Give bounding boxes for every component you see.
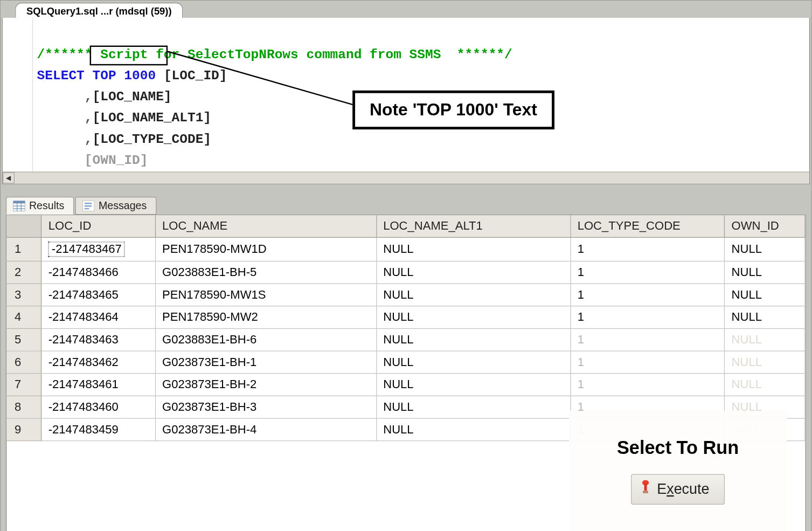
- cell-ownid[interactable]: NULL: [725, 374, 805, 396]
- scroll-left-arrow[interactable]: ◀: [3, 173, 15, 184]
- row-number[interactable]: 5: [6, 328, 41, 351]
- cell-locid[interactable]: -2147483461: [41, 374, 155, 396]
- table-row[interactable]: 4-2147483464PEN178590-MW2NULL1NULL: [6, 306, 805, 329]
- table-row[interactable]: 7-2147483461G023873E1-BH-2NULL1NULL: [6, 374, 805, 396]
- tab-results-label: Results: [29, 200, 64, 212]
- row-number[interactable]: 1: [6, 237, 41, 261]
- cell-locid[interactable]: -2147483462: [41, 351, 155, 374]
- sql-col-ownid-partial: [OWN_ID]: [85, 153, 148, 168]
- scroll-track[interactable]: [15, 173, 809, 184]
- cell-locname[interactable]: PEN178590-MW1S: [155, 284, 376, 306]
- splitter[interactable]: [1, 184, 811, 191]
- cell-ownid[interactable]: NULL: [725, 306, 805, 329]
- sql-col-locnamealt1: [LOC_NAME_ALT1]: [93, 111, 212, 126]
- cell-locid[interactable]: -2147483460: [41, 396, 155, 418]
- row-number[interactable]: 2: [6, 261, 41, 284]
- callout-note: Note 'TOP 1000' Text: [352, 91, 554, 129]
- cell-loctypecode[interactable]: 1: [571, 351, 725, 374]
- tab-messages-label: Messages: [99, 200, 147, 212]
- results-tabstrip: Results Messages: [6, 195, 806, 215]
- cell-locnamealt1[interactable]: NULL: [376, 261, 570, 284]
- sql-editor[interactable]: /****** Script for SelectTopNRows comman…: [2, 18, 810, 184]
- sql-comma: ,: [85, 111, 93, 126]
- cell-ownid[interactable]: NULL: [725, 261, 805, 284]
- cell-locname[interactable]: PEN178590-MW1D: [155, 237, 376, 261]
- cell-loctypecode[interactable]: 1: [571, 306, 725, 329]
- cell-locnamealt1[interactable]: NULL: [376, 306, 570, 329]
- table-row[interactable]: 5-2147483463G023883E1-BH-6NULL1NULL: [6, 328, 805, 351]
- svg-rect-11: [644, 484, 647, 491]
- row-number[interactable]: 8: [6, 396, 41, 418]
- cell-locid[interactable]: -2147483465: [41, 284, 155, 306]
- cell-loctypecode[interactable]: 1: [571, 284, 725, 306]
- row-number[interactable]: 6: [6, 351, 41, 374]
- cell-locnamealt1[interactable]: NULL: [376, 237, 570, 261]
- cell-locid[interactable]: -2147483466: [41, 261, 155, 284]
- sql-top-kw: TOP 1000: [93, 68, 156, 83]
- tab-messages[interactable]: Messages: [75, 197, 157, 215]
- sql-comma: ,: [85, 132, 93, 147]
- sql-comment: /****** Script for SelectTopNRows comman…: [37, 47, 512, 62]
- sql-col-locid: [LOC_ID]: [164, 68, 227, 83]
- cell-locname[interactable]: PEN178590-MW2: [155, 306, 376, 329]
- cell-locname[interactable]: G023873E1-BH-1: [155, 351, 376, 374]
- sql-select-kw: SELECT: [37, 68, 85, 83]
- cell-locnamealt1[interactable]: NULL: [376, 396, 570, 418]
- col-header-ownid[interactable]: OWN_ID: [725, 215, 805, 237]
- svg-rect-12: [643, 491, 648, 493]
- cell-ownid[interactable]: NULL: [725, 328, 805, 351]
- file-tab[interactable]: SQLQuery1.sql ...r (mdsql (59)): [15, 3, 183, 18]
- cell-loctypecode[interactable]: 1: [571, 261, 725, 284]
- editor-hscrollbar[interactable]: ◀: [3, 172, 809, 184]
- messages-icon: [83, 201, 95, 211]
- callout-text: Note 'TOP 1000' Text: [370, 100, 537, 120]
- row-number[interactable]: 4: [6, 306, 41, 329]
- cell-ownid[interactable]: NULL: [725, 284, 805, 306]
- col-header-locname[interactable]: LOC_NAME: [155, 215, 376, 237]
- row-number[interactable]: 7: [6, 374, 41, 396]
- results-pane: Results Messages: [2, 191, 810, 531]
- cell-ownid[interactable]: NULL: [725, 237, 805, 261]
- annotation-overlay: Select To Run Execute: [569, 411, 787, 531]
- row-number[interactable]: 9: [6, 418, 41, 441]
- cell-locname[interactable]: G023883E1-BH-6: [155, 328, 376, 351]
- svg-rect-1: [13, 201, 25, 203]
- sql-col-locname: [LOC_NAME]: [93, 89, 172, 104]
- table-row[interactable]: 3-2147483465PEN178590-MW1SNULL1NULL: [6, 284, 805, 306]
- cell-ownid[interactable]: NULL: [725, 351, 805, 374]
- execute-icon: [641, 480, 650, 499]
- cell-locname[interactable]: G023873E1-BH-2: [155, 374, 376, 396]
- table-row[interactable]: 2-2147483466G023883E1-BH-5NULL1NULL: [6, 261, 805, 284]
- cell-locname[interactable]: G023883E1-BH-5: [155, 261, 376, 284]
- table-row[interactable]: 1-2147483467PEN178590-MW1DNULL1NULL: [6, 237, 805, 261]
- row-number[interactable]: 3: [6, 284, 41, 306]
- cell-loctypecode[interactable]: 1: [571, 237, 725, 261]
- cell-locname[interactable]: G023873E1-BH-4: [155, 418, 376, 441]
- col-header-locid[interactable]: LOC_ID: [41, 215, 155, 237]
- cell-locname[interactable]: G023873E1-BH-3: [155, 396, 376, 418]
- col-header-loctypecode[interactable]: LOC_TYPE_CODE: [571, 215, 725, 237]
- cell-locid[interactable]: -2147483467: [41, 237, 155, 261]
- sql-comma: ,: [85, 89, 93, 104]
- results-grid[interactable]: LOC_ID LOC_NAME LOC_NAME_ALT1 LOC_TYPE_C…: [6, 215, 806, 531]
- cell-locnamealt1[interactable]: NULL: [376, 374, 570, 396]
- cell-locnamealt1[interactable]: NULL: [376, 418, 570, 441]
- cell-locid[interactable]: -2147483464: [41, 306, 155, 329]
- cell-loctypecode[interactable]: 1: [571, 374, 725, 396]
- cell-locnamealt1[interactable]: NULL: [376, 284, 570, 306]
- sql-col-loctypecode: [LOC_TYPE_CODE]: [93, 132, 212, 147]
- table-row[interactable]: 6-2147483462G023873E1-BH-1NULL1NULL: [6, 351, 805, 374]
- grid-icon: [13, 201, 25, 211]
- tab-results[interactable]: Results: [6, 197, 74, 215]
- cell-locnamealt1[interactable]: NULL: [376, 328, 570, 351]
- cell-locnamealt1[interactable]: NULL: [376, 351, 570, 374]
- file-tabstrip: SQLQuery1.sql ...r (mdsql (59)): [1, 1, 811, 18]
- overlay-caption: Select To Run: [617, 437, 739, 458]
- col-header-locnamealt1[interactable]: LOC_NAME_ALT1: [376, 215, 570, 237]
- cell-loctypecode[interactable]: 1: [571, 328, 725, 351]
- row-number-header[interactable]: [6, 215, 41, 237]
- cell-locid[interactable]: -2147483459: [41, 418, 155, 441]
- execute-button[interactable]: Execute: [631, 474, 724, 505]
- cell-locid[interactable]: -2147483463: [41, 328, 155, 351]
- execute-label: Execute: [657, 481, 709, 498]
